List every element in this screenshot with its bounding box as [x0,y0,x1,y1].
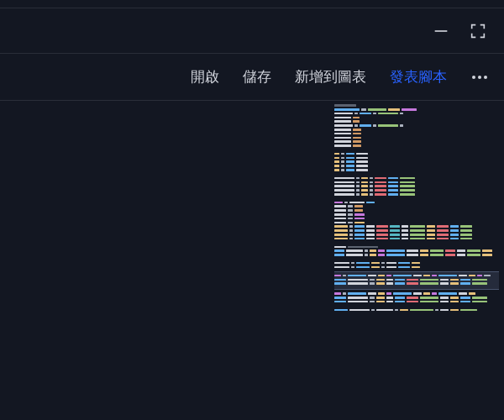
content-area [0,101,504,420]
code-minimap[interactable] [329,101,504,420]
menu-bar: 開啟 儲存 新增到圖表 發表腳本 [0,54,504,101]
top-divider [0,0,504,8]
fullscreen-icon[interactable] [469,22,487,40]
window-controls [0,8,504,54]
menu-save[interactable]: 儲存 [243,67,271,87]
menu-publish-script[interactable]: 發表腳本 [390,67,447,87]
more-menu-icon[interactable] [470,76,489,79]
code-editor[interactable] [0,101,329,420]
menu-open[interactable]: 開啟 [191,67,219,87]
menu-add-to-chart[interactable]: 新增到圖表 [295,67,366,87]
minimize-icon[interactable] [432,22,450,40]
